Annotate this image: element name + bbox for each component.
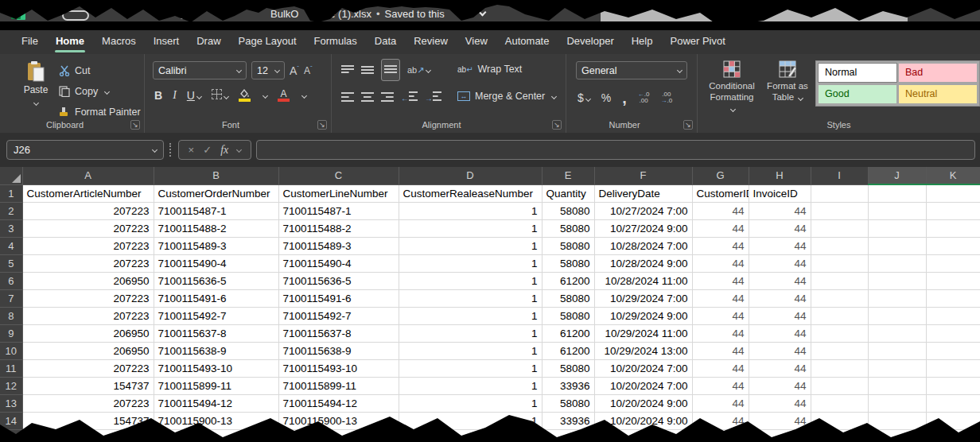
cell[interactable]: 44 bbox=[749, 272, 811, 289]
cell[interactable]: 10/20/2024 9:00 bbox=[594, 412, 692, 429]
column-header-G[interactable]: G bbox=[692, 167, 749, 184]
column-header-K[interactable]: K bbox=[926, 167, 980, 184]
cell[interactable]: 1 bbox=[399, 272, 542, 289]
cell[interactable]: 58080 bbox=[542, 202, 594, 219]
alignment-dialog-launcher[interactable]: ↘ bbox=[552, 120, 562, 130]
cell[interactable]: 7100115490-4 bbox=[278, 254, 399, 272]
cell[interactable] bbox=[811, 377, 868, 394]
column-header-I[interactable]: I bbox=[811, 167, 868, 184]
cell[interactable] bbox=[154, 429, 278, 442]
cell[interactable]: 58080 bbox=[542, 254, 594, 272]
cell[interactable]: 1 bbox=[399, 359, 542, 377]
cell[interactable]: 7100115900-13 bbox=[154, 412, 278, 429]
cell[interactable]: 33936 bbox=[542, 377, 594, 394]
cell[interactable] bbox=[811, 307, 868, 324]
decrease-indent-button[interactable]: ← bbox=[401, 90, 418, 104]
cell[interactable]: 207223 bbox=[22, 202, 154, 219]
cell[interactable] bbox=[926, 219, 980, 237]
cell[interactable]: 1 bbox=[399, 394, 542, 412]
cell[interactable] bbox=[926, 237, 980, 254]
style-normal[interactable]: Normal bbox=[819, 64, 896, 82]
cell[interactable] bbox=[926, 272, 980, 289]
cell[interactable]: 10/29/2024 13:00 bbox=[594, 342, 692, 359]
cell[interactable]: 44 bbox=[749, 289, 811, 307]
formula-input[interactable] bbox=[256, 140, 975, 160]
column-header-E[interactable]: E bbox=[542, 167, 594, 184]
cell[interactable]: 206950 bbox=[22, 324, 154, 342]
align-middle-button[interactable] bbox=[361, 65, 374, 75]
menu-tab-insert[interactable]: Insert bbox=[145, 30, 189, 54]
cell[interactable]: 7100115491-6 bbox=[278, 289, 399, 307]
cell[interactable]: 207223 bbox=[22, 289, 154, 307]
cell[interactable] bbox=[811, 359, 868, 377]
cell[interactable]: 206950 bbox=[22, 342, 154, 359]
cell[interactable] bbox=[926, 377, 980, 394]
cell[interactable]: 207223 bbox=[22, 359, 154, 377]
menu-tab-data[interactable]: Data bbox=[366, 30, 405, 54]
cell[interactable]: 7100115491-6 bbox=[154, 289, 278, 307]
font-color-button[interactable]: A bbox=[278, 90, 290, 102]
cell[interactable] bbox=[868, 289, 926, 307]
bold-button[interactable]: B bbox=[154, 89, 162, 102]
comma-style-button[interactable]: , bbox=[622, 94, 627, 102]
cell[interactable]: 1 bbox=[399, 289, 542, 307]
cell[interactable]: 1 bbox=[399, 237, 542, 254]
cell[interactable]: 58080 bbox=[542, 237, 594, 254]
number-format-combo[interactable]: General bbox=[576, 61, 687, 79]
cell[interactable] bbox=[926, 342, 980, 359]
name-box[interactable]: J26 bbox=[6, 140, 164, 160]
cell[interactable]: 7100115493-10 bbox=[154, 359, 278, 377]
decrease-font-size-button[interactable]: Aˇ bbox=[304, 64, 313, 76]
cell[interactable] bbox=[811, 219, 868, 237]
menu-tab-draw[interactable]: Draw bbox=[188, 30, 229, 54]
cell[interactable]: 1 bbox=[399, 307, 542, 324]
cell[interactable] bbox=[811, 429, 868, 442]
cell[interactable] bbox=[926, 359, 980, 377]
cell[interactable]: 44 bbox=[749, 342, 811, 359]
cell[interactable]: 44 bbox=[692, 342, 749, 359]
select-all-button[interactable] bbox=[0, 167, 22, 184]
cell[interactable]: 33936 bbox=[542, 412, 594, 429]
cell[interactable]: 44 bbox=[749, 254, 811, 272]
row-header-11[interactable]: 11 bbox=[0, 359, 22, 377]
cell[interactable] bbox=[868, 254, 926, 272]
cell[interactable]: InvoiceID bbox=[749, 184, 811, 202]
cell[interactable] bbox=[868, 237, 926, 254]
cell[interactable]: 44 bbox=[749, 394, 811, 412]
column-header-A[interactable]: A bbox=[22, 167, 154, 184]
align-left-button[interactable] bbox=[341, 92, 354, 102]
row-header-12[interactable]: 12 bbox=[0, 377, 22, 394]
menu-tab-file[interactable]: File bbox=[13, 30, 47, 54]
cell[interactable]: 207223 bbox=[22, 237, 154, 254]
cell[interactable] bbox=[542, 429, 594, 442]
decrease-decimal-button[interactable]: .00→.0 bbox=[660, 91, 672, 104]
cell[interactable]: 44 bbox=[749, 202, 811, 219]
cell[interactable]: 7100115899-11 bbox=[278, 377, 399, 394]
row-header-7[interactable]: 7 bbox=[0, 289, 22, 307]
row-header-8[interactable]: 8 bbox=[0, 307, 22, 324]
column-header-D[interactable]: D bbox=[399, 167, 542, 184]
cell[interactable]: 10/20/2024 9:00 bbox=[594, 394, 692, 412]
cell[interactable]: 10/20/2024 7:00 bbox=[594, 377, 692, 394]
style-good[interactable]: Good bbox=[819, 85, 896, 103]
menu-tab-home[interactable]: Home bbox=[47, 30, 93, 54]
cell[interactable]: CustomerLineNumber bbox=[278, 184, 399, 202]
cell[interactable]: 207223 bbox=[22, 254, 154, 272]
cell[interactable] bbox=[926, 412, 980, 429]
menu-tab-formulas[interactable]: Formulas bbox=[305, 30, 366, 54]
column-header-H[interactable]: H bbox=[749, 167, 811, 184]
cell[interactable]: 10/28/2024 11:00 bbox=[594, 272, 692, 289]
cell[interactable] bbox=[811, 394, 868, 412]
cell[interactable]: 7100115637-8 bbox=[278, 324, 399, 342]
menu-tab-review[interactable]: Review bbox=[405, 30, 457, 54]
cell[interactable] bbox=[926, 254, 980, 272]
cell[interactable]: CustomerID bbox=[692, 184, 749, 202]
cell[interactable] bbox=[926, 429, 980, 442]
cell[interactable]: 44 bbox=[692, 289, 749, 307]
cell[interactable]: 44 bbox=[692, 377, 749, 394]
cell[interactable]: 7100115636-5 bbox=[154, 272, 278, 289]
cell[interactable] bbox=[868, 219, 926, 237]
column-header-J[interactable]: J bbox=[868, 167, 926, 184]
cell[interactable]: 1 bbox=[399, 377, 542, 394]
cell[interactable]: 7100115487-1 bbox=[154, 202, 278, 219]
